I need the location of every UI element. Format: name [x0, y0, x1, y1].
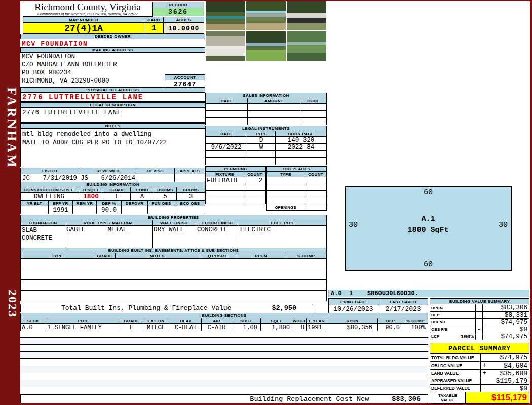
- parcel-row: TOTAL BLDG VALUE $74,975: [430, 354, 529, 361]
- plumbing-row: FULLBATH 2: [206, 177, 265, 184]
- bi-col-qty: QTY/SIZE: [199, 253, 237, 258]
- notes-box[interactable]: mtl bldg remodeled into a dwelling MAIL …: [20, 129, 205, 167]
- property-photo-3[interactable]: [287, 1, 326, 30]
- built-ins: BUILDING BUILT INS, BASEMENTS, ATTICS & …: [20, 248, 327, 301]
- mailing-address-label: MAILING ADDRESS: [20, 47, 205, 53]
- col-floor-finish: FLOOR FINISH: [196, 220, 239, 225]
- deeded-owner-value: MCV FOUNDATION: [22, 40, 88, 48]
- eco-obs-value: [175, 206, 205, 214]
- fireplace-row: [267, 184, 326, 190]
- eff-yr-value: 1991: [49, 206, 73, 214]
- sec-col-type: TYPE: [45, 318, 121, 323]
- sec-col-sec: SEC#: [21, 318, 45, 323]
- property-record-card: { "app": { "title": "Richmond County, Vi…: [0, 0, 532, 405]
- fun-obs-value: [148, 206, 175, 214]
- bvs-row: DEP - $8,331: [430, 311, 529, 318]
- plumbing-row: [206, 184, 265, 190]
- col-bdrms: BDRMS: [177, 187, 205, 192]
- card-value[interactable]: 1: [144, 23, 164, 34]
- bdrms-value: 3: [177, 193, 205, 200]
- building-sketch[interactable]: 60 60 30 30 A.1 1800 SqFt: [345, 186, 512, 271]
- property-photo-2[interactable]: [246, 1, 286, 30]
- col-yr-blt: YR BLT: [21, 201, 49, 206]
- instrument-row: [206, 157, 326, 165]
- sales-information: SALES INFORMATION DATE AMOUNT CODE: [205, 93, 327, 125]
- property-photo-6[interactable]: [287, 31, 326, 61]
- plumbing-row: [206, 197, 265, 204]
- note-line: MAIL TO ADDR CHG PER PO TO TO 10/07/22: [22, 139, 205, 147]
- sec-col-grade: GRADE: [121, 318, 142, 323]
- property-photo-4[interactable]: [206, 31, 245, 61]
- col-roof: ROOF TYPE / MATERIAL: [65, 220, 153, 225]
- sec-col-dep: DEP: [378, 318, 403, 323]
- instrument-row: D 140 320: [206, 136, 326, 143]
- grade-value: E: [104, 193, 131, 200]
- built-ins-total-label: Total Built Ins, Plumbing & Fireplace Va…: [21, 304, 272, 312]
- review-table: LISTED REVIEWED REVISIT APPEALS JC 7/31/…: [20, 168, 205, 183]
- col-fun-obs: FUN OBS: [148, 201, 175, 206]
- acres-value: 10.0000: [164, 23, 204, 34]
- map-number-value[interactable]: 27(4)1A: [23, 23, 144, 34]
- listed-by: JC: [22, 175, 30, 182]
- last-saved-label: LAST SAVED: [378, 299, 428, 305]
- fireplaces-col-count: COUNT: [305, 172, 326, 177]
- bi-col-grade: GRADE: [94, 253, 116, 258]
- fireplace-row: [267, 190, 326, 197]
- sketch-sqft-label: 1800 SqFt: [346, 225, 511, 236]
- depovr-value: [122, 206, 148, 214]
- plumbing-col-fixture: FIXTURE: [206, 172, 244, 177]
- record-box: RECORD 3626: [152, 2, 204, 16]
- sketch-dim-bottom: 60: [346, 260, 511, 269]
- property-photo-1[interactable]: [206, 1, 245, 30]
- reviewed-date: 6/26/2014: [101, 175, 135, 182]
- foundation-value: SLAB CONCRETE: [21, 226, 65, 248]
- mailing-line: PO BOX 980234: [22, 69, 164, 77]
- sales-row: [206, 117, 326, 125]
- instr-col-type: TYPE: [247, 131, 276, 136]
- built-ins-row: [21, 290, 326, 301]
- taxable-value-row: TAXABLE VALUE $115,179: [430, 392, 529, 403]
- plumbing-col-count: COUNT: [244, 172, 265, 177]
- sales-col-date: DATE: [206, 98, 248, 103]
- parcel-row: OBLDG VALUE + $4,604: [430, 361, 529, 369]
- instrument-row: 9/6/2022 W 2022 84: [206, 143, 326, 150]
- yr-blt-value: [21, 206, 49, 214]
- col-wall-finish: WALL FINISH: [153, 220, 196, 225]
- legal-instruments: LEGAL INSTRUMENTS DATE TYPE BOOK PAGE D …: [205, 126, 327, 165]
- roof-value: GABLE METAL: [65, 226, 153, 248]
- bvs-row: LCF100% $74,975: [430, 333, 529, 340]
- sec-col-air: AIR: [202, 318, 232, 323]
- sec-col-whgt: WHGT: [292, 318, 307, 323]
- fireplaces: FIREPLACES TYPE COUNT OPENINGS: [266, 166, 327, 211]
- sales-col-code: CODE: [300, 98, 326, 103]
- appeals-label: APPEALS: [175, 168, 205, 174]
- fireplaces-col-type: TYPE: [267, 172, 305, 177]
- plumbing: PLUMBING FIXTURE COUNT FULLBATH 2: [205, 166, 266, 204]
- revisit-value: [137, 174, 175, 182]
- building-sections: BUILDING SECTIONS SEC# TYPE GRADE EXT FI…: [20, 313, 428, 331]
- instr-col-bookpage: BOOK PAGE: [276, 131, 326, 136]
- print-saved-table: PRINT DATE LAST SAVED 10/26/2023 2/17/20…: [328, 298, 428, 313]
- revisit-label: REVISIT: [137, 168, 175, 174]
- dep-pct-value: 90.0: [97, 206, 122, 214]
- col-hsqft: H SQFT: [78, 187, 104, 192]
- openings-value: [305, 204, 326, 210]
- last-saved-value: 2/17/2023: [378, 305, 428, 313]
- appeals-value: [175, 174, 205, 182]
- sec-col-eyear: E YEAR: [307, 318, 327, 323]
- sec-col-heat: HEAT: [170, 318, 202, 323]
- hsqft-value: 1800: [78, 193, 104, 200]
- mailing-address-block: MCV FOUNDATION C/O MARGAET ANN BOLLMEIER…: [22, 53, 164, 85]
- sec-col-extfin: EXT FIN: [142, 318, 170, 323]
- col-grade: GRADE: [104, 187, 131, 192]
- sec-col-rpcn: RPCN: [327, 318, 378, 323]
- sales-col-amount: AMOUNT: [248, 98, 300, 103]
- reviewed-label: REVIEWED: [79, 168, 137, 174]
- built-ins-total-value: $2,950: [272, 304, 296, 312]
- mailing-line: RICHMOND, VA 23298-0000: [22, 77, 164, 85]
- print-date-value: 10/26/2023: [329, 305, 378, 313]
- property-photo-5[interactable]: [246, 31, 286, 61]
- col-eco-obs: ECO OBS: [175, 201, 205, 206]
- listed-label: LISTED: [21, 168, 79, 174]
- bvs-row: OBS F/E - $0: [430, 326, 529, 333]
